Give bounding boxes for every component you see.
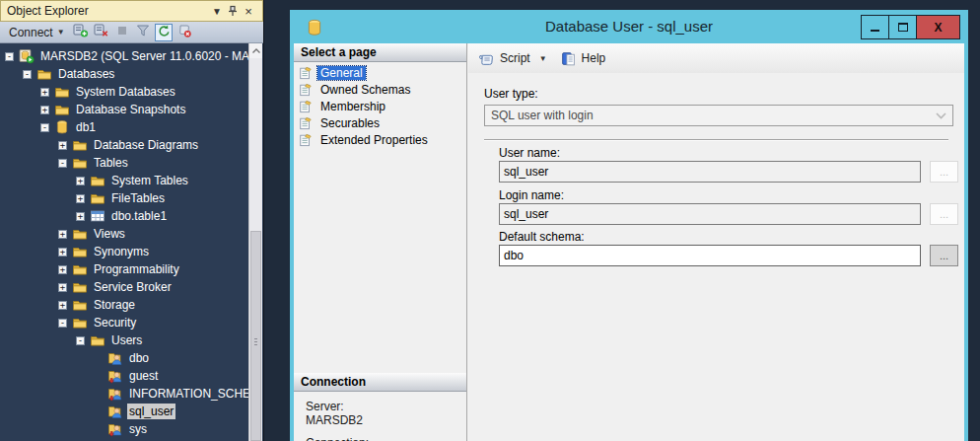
tree-item-guest[interactable]: guest — [1, 367, 262, 385]
expand-icon[interactable]: + — [58, 230, 67, 239]
tree-item-label: Service Broker — [92, 279, 174, 295]
collapse-icon[interactable]: - — [23, 70, 32, 79]
tree-item-tables[interactable]: -Tables — [1, 154, 262, 172]
tree-item-label: Database Snapshots — [74, 102, 187, 117]
folder-icon — [90, 190, 105, 206]
database-icon — [54, 119, 70, 135]
collapse-icon[interactable]: - — [58, 319, 67, 328]
expand-icon[interactable]: + — [76, 177, 85, 185]
user-name-browse-button: ... — [930, 161, 958, 183]
page-icon — [299, 66, 313, 80]
tree-scrollbar[interactable] — [248, 43, 262, 441]
tree-item-dbo-table1[interactable]: +dbo.table1 — [1, 207, 262, 225]
expand-icon[interactable]: + — [76, 194, 85, 203]
tree-item-storage[interactable]: +Storage — [1, 296, 262, 314]
default-schema-label: Default schema: — [499, 230, 585, 244]
tree-item-views[interactable]: +Views — [1, 225, 262, 243]
tree-item-db1[interactable]: -db1 — [1, 118, 262, 136]
folder-icon — [36, 66, 52, 82]
tree-item-databases[interactable]: -Databases — [1, 65, 262, 83]
user-type-combobox[interactable]: SQL user with login — [484, 105, 953, 126]
user-disabled-icon — [107, 368, 123, 384]
tree-item-dbo[interactable]: dbo — [1, 349, 262, 367]
tree-item-label: Users — [109, 332, 144, 348]
window-position-icon[interactable]: ▼ — [209, 3, 225, 19]
tree-item-label: dbo.table1 — [109, 208, 169, 224]
filter-button[interactable] — [134, 24, 152, 41]
server-disconnect-button[interactable] — [93, 24, 110, 41]
scrollbar-up-icon[interactable] — [249, 43, 262, 58]
expand-icon[interactable]: + — [58, 141, 67, 150]
tree-item-database-diagrams[interactable]: +Database Diagrams — [1, 136, 262, 154]
server-connect-button[interactable] — [72, 24, 90, 41]
script-dropdown-icon[interactable]: ▼ — [539, 54, 547, 63]
page-item-owned-schemas[interactable]: Owned Schemas — [294, 81, 466, 98]
tree-item-label: FileTables — [109, 190, 167, 206]
login-name-label: Login name: — [499, 188, 564, 202]
default-schema-browse-button[interactable]: ... — [930, 245, 958, 266]
tree-item-information-schem[interactable]: INFORMATION_SCHEM — [1, 385, 262, 403]
tree-item-label: Database Diagrams — [92, 137, 200, 153]
object-explorer-title: Object Explorer — [7, 4, 209, 18]
tree-item-filetables[interactable]: +FileTables — [1, 189, 262, 207]
collapse-icon[interactable]: - — [76, 336, 85, 345]
script-error-button[interactable] — [175, 24, 193, 41]
page-item-extended-properties[interactable]: Extended Properties — [294, 131, 466, 148]
object-explorer-titlebar: Object Explorer ▼ × — [0, 0, 263, 22]
refresh-button[interactable] — [155, 24, 173, 41]
script-button[interactable]: Script — [500, 51, 530, 65]
tree-item-marsdb2-sql-server-11-0-6020-marsd[interactable]: -MARSDB2 (SQL Server 11.0.6020 - MARSD — [1, 47, 262, 65]
close-icon[interactable]: × — [241, 3, 256, 19]
help-button[interactable]: Help — [582, 51, 606, 65]
page-item-label: General — [317, 66, 366, 80]
tree-item-label: System Databases — [74, 84, 177, 100]
tree-item-system-tables[interactable]: +System Tables — [1, 172, 262, 189]
stop-button[interactable] — [113, 24, 131, 41]
page-icon — [299, 116, 313, 130]
page-item-securables[interactable]: Securables — [294, 114, 466, 131]
server-connect-icon — [73, 23, 89, 41]
tree-item-label: INFORMATION_SCHEM — [127, 386, 262, 402]
tree-item-label: db1 — [74, 119, 98, 135]
page-item-membership[interactable]: Membership — [294, 98, 466, 114]
expand-icon[interactable]: + — [40, 106, 49, 114]
tree-item-database-snapshots[interactable]: +Database Snapshots — [1, 101, 262, 118]
tree-item-sql-user[interactable]: sql_user — [1, 403, 262, 420]
tree-item-label: Synonyms — [92, 244, 151, 259]
expand-icon[interactable]: + — [58, 283, 67, 292]
pin-icon[interactable] — [225, 3, 241, 19]
tree-item-programmability[interactable]: +Programmability — [1, 260, 262, 278]
folder-icon — [72, 137, 88, 153]
expand-icon[interactable]: + — [58, 248, 67, 257]
page-item-label: Membership — [317, 100, 388, 113]
tree-item-users[interactable]: -Users — [1, 331, 262, 349]
expand-icon[interactable]: + — [76, 212, 85, 221]
user-icon — [107, 350, 123, 366]
tree-item-security[interactable]: -Security — [1, 314, 262, 331]
close-button[interactable]: X — [916, 15, 960, 39]
folder-icon — [54, 84, 70, 100]
collapse-icon[interactable]: - — [5, 52, 14, 61]
connect-button[interactable]: Connect ▼ — [5, 25, 69, 40]
minimize-button[interactable] — [861, 15, 889, 39]
user-disabled-icon — [107, 421, 123, 437]
expand-icon[interactable]: + — [58, 301, 67, 310]
expand-icon[interactable]: + — [58, 265, 67, 274]
scrollbar-thumb[interactable] — [250, 231, 261, 441]
scrollbar-grip — [254, 338, 257, 345]
user-name-label: User name: — [499, 146, 560, 160]
tree-item-synonyms[interactable]: +Synonyms — [1, 243, 262, 260]
folder-icon — [72, 244, 88, 259]
maximize-button[interactable] — [888, 15, 917, 39]
page-item-general[interactable]: General — [294, 64, 466, 81]
dialog-titlebar[interactable]: Database User - sql_user X — [294, 14, 964, 43]
collapse-icon[interactable]: - — [58, 159, 67, 168]
server-label: Server: — [306, 400, 466, 413]
default-schema-input[interactable] — [499, 245, 921, 266]
tree-item-system-databases[interactable]: +System Databases — [1, 83, 262, 101]
collapse-icon[interactable]: - — [40, 123, 49, 132]
tree-item-sys[interactable]: sys — [1, 420, 262, 438]
folder-icon — [72, 279, 88, 295]
tree-item-service-broker[interactable]: +Service Broker — [1, 278, 262, 296]
expand-icon[interactable]: + — [40, 88, 49, 97]
